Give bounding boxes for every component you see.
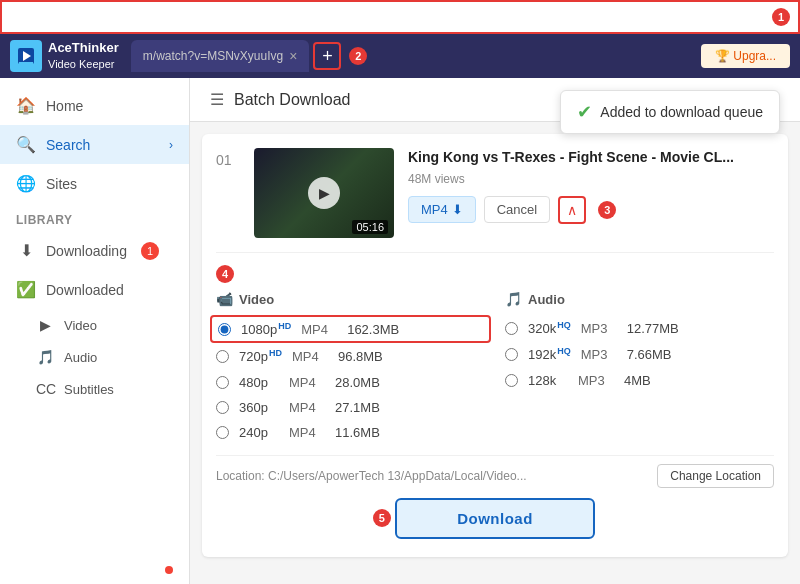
sidebar-audio-label: Audio [64,350,97,365]
toast-message: Added to download queue [600,104,763,120]
fmt-1080p: MP4 [301,322,337,337]
radio-720p[interactable] [216,350,229,363]
video-format-header: 📹 Video [216,291,485,307]
video-title: King Kong vs T-Rexes - Fight Scene - Mov… [408,148,774,168]
content-area: ☰ Batch Download ✔ Added to download que… [190,78,800,584]
format-row-360p[interactable]: 360p MP4 27.1MB [216,395,485,420]
res-128k: 128k [528,373,568,388]
size-240p: 11.6MB [335,425,380,440]
video-number: 01 [216,148,240,168]
res-192k: 192kHQ [528,346,571,362]
logo-icon [10,40,42,72]
radio-192k[interactable] [505,348,518,361]
radio-360p[interactable] [216,401,229,414]
address-bar: youtube.com/watch?v=MSNvXyuuIvg 1 [0,0,800,34]
mp4-label: MP4 [421,202,448,217]
red-dot-indicator [165,566,173,574]
downloaded-icon: ✅ [16,280,36,299]
format-row-128k[interactable]: 128k MP3 4MB [505,368,774,393]
video-format-column: 📹 Video 1080pHD MP4 162.3MB 720pHD [216,291,485,445]
sidebar-item-sites[interactable]: 🌐 Sites [0,164,189,203]
size-720p: 96.8MB [338,349,383,364]
search-icon: 🔍 [16,135,36,154]
downloading-badge: 1 [141,242,159,260]
tab-url: m/watch?v=MSNvXyuuIvg [143,49,283,63]
res-1080p: 1080pHD [241,321,291,337]
tab-close-button[interactable]: × [289,49,297,63]
format-row-480p[interactable]: 480p MP4 28.0MB [216,370,485,395]
res-240p: 240p [239,425,279,440]
radio-480p[interactable] [216,376,229,389]
sidebar-downloaded-label: Downloaded [46,282,124,298]
step-1-badge: 1 [772,8,790,26]
format-row-192k[interactable]: 192kHQ MP3 7.66MB [505,341,774,367]
location-bar: Location: C:/Users/ApowerTech 13/AppData… [216,455,774,498]
batch-download-title: Batch Download [234,91,351,109]
browser-tab[interactable]: m/watch?v=MSNvXyuuIvg × [131,40,310,72]
app-header: AceThinker Video Keeper m/watch?v=MSNvXy… [0,34,800,78]
change-location-button[interactable]: Change Location [657,464,774,488]
sidebar-subtitles-label: Subtitles [64,382,114,397]
format-columns: 📹 Video 1080pHD MP4 162.3MB 720pHD [216,291,774,445]
sidebar-home-label: Home [46,98,83,114]
size-480p: 28.0MB [335,375,380,390]
sidebar-downloading-label: Downloading [46,243,127,259]
download-btn-wrap: 5 Download [216,498,774,543]
upgrade-button[interactable]: 🏆 Upgra... [701,44,790,68]
step-4-badge: 4 [216,265,234,283]
radio-320k[interactable] [505,322,518,335]
main-layout: 🏠 Home 🔍 Search › 🌐 Sites Library ⬇ Down… [0,78,800,584]
home-icon: 🏠 [16,96,36,115]
radio-240p[interactable] [216,426,229,439]
fmt-320k: MP3 [581,321,617,336]
audio-format-icon: 🎵 [505,291,522,307]
size-128k: 4MB [624,373,651,388]
sidebar-sites-label: Sites [46,176,77,192]
download-label: Download [457,510,533,527]
res-320k: 320kHQ [528,320,571,336]
res-360p: 360p [239,400,279,415]
sidebar-item-home[interactable]: 🏠 Home [0,86,189,125]
cancel-button[interactable]: Cancel [484,196,550,223]
mp4-button[interactable]: MP4 ⬇ [408,196,476,223]
fmt-240p: MP4 [289,425,325,440]
toast-notification: ✔ Added to download queue [560,90,780,134]
sidebar-item-downloading[interactable]: ⬇ Downloading 1 [0,231,189,270]
fmt-360p: MP4 [289,400,325,415]
sidebar-sub-item-subtitles[interactable]: CC Subtitles [0,373,189,405]
subtitles-icon: CC [36,381,54,397]
format-row-320k[interactable]: 320kHQ MP3 12.77MB [505,315,774,341]
format-row-720p[interactable]: 720pHD MP4 96.8MB [216,343,485,369]
url-input[interactable]: youtube.com/watch?v=MSNvXyuuIvg [10,10,766,25]
sidebar-sub-item-audio[interactable]: 🎵 Audio [0,341,189,373]
download-arrow-icon: ⬇ [452,202,463,217]
video-actions: MP4 ⬇ Cancel ∧ 3 [408,196,774,224]
radio-1080p[interactable] [218,323,231,336]
format-row-240p[interactable]: 240p MP4 11.6MB [216,420,485,445]
step-3-badge: 3 [598,201,616,219]
sidebar-item-downloaded[interactable]: ✅ Downloaded [0,270,189,309]
format-row-1080p[interactable]: 1080pHD MP4 162.3MB [210,315,491,343]
audio-icon: 🎵 [36,349,54,365]
radio-128k[interactable] [505,374,518,387]
sidebar-item-search[interactable]: 🔍 Search › [0,125,189,164]
new-tab-button[interactable]: + [313,42,341,70]
chevron-right-icon: › [169,138,173,152]
res-720p: 720pHD [239,348,282,364]
fmt-480p: MP4 [289,375,325,390]
size-360p: 27.1MB [335,400,380,415]
size-192k: 7.66MB [627,347,672,362]
size-1080p: 162.3MB [347,322,399,337]
step-5-badge: 5 [373,509,391,527]
library-section-label: Library [0,203,189,231]
sidebar-sub-item-video[interactable]: ▶ Video [0,309,189,341]
video-icon: ▶ [36,317,54,333]
collapse-button[interactable]: ∧ [558,196,586,224]
video-row: 01 ▶ 05:16 King Kong vs T-Rexes - Fight … [216,148,774,238]
play-button[interactable]: ▶ [308,177,340,209]
download-button[interactable]: 5 Download [395,498,595,539]
video-views: 48M views [408,172,774,186]
step-2-badge: 2 [349,47,367,65]
res-480p: 480p [239,375,279,390]
video-format-icon: 📹 [216,291,233,307]
